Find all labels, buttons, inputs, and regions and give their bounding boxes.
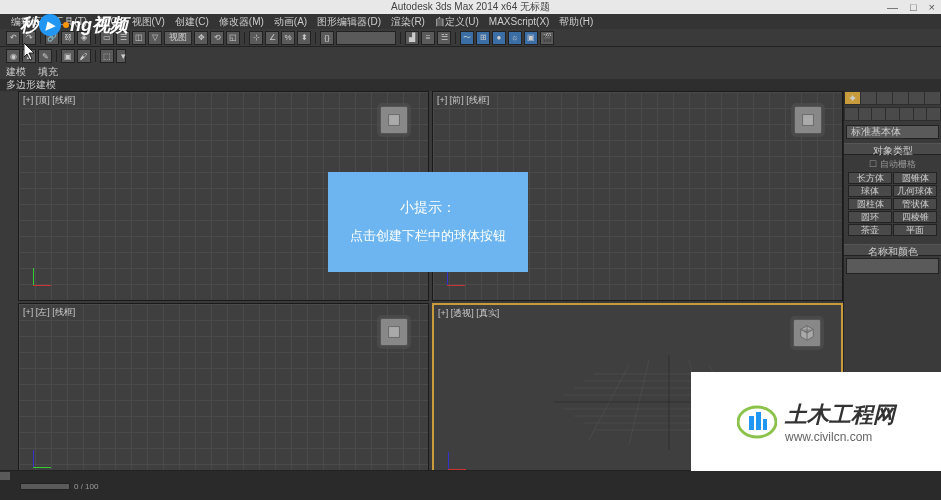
schematic-icon[interactable]: ⊞	[476, 31, 490, 45]
time-slider[interactable]	[20, 483, 70, 490]
tube-button[interactable]: 管状体	[893, 198, 937, 210]
minimize-button[interactable]: —	[887, 1, 898, 13]
mirror-icon[interactable]: ▟	[405, 31, 419, 45]
name-color-section: 名称和颜色	[844, 244, 941, 276]
timeline[interactable]: 0 / 100	[0, 481, 941, 491]
viewport-front-label[interactable]: [+] [前] [线框]	[437, 94, 489, 107]
helpers-subtab-icon[interactable]	[900, 108, 913, 120]
primitive-category-dropdown[interactable]: 标准基本体	[846, 125, 939, 139]
poly-tool-icon[interactable]: ▲	[22, 49, 36, 63]
menu-customize[interactable]: 自定义(U)	[432, 15, 482, 29]
angle-snap-icon[interactable]: ∠	[265, 31, 279, 45]
logo-icon	[737, 402, 777, 442]
menu-maxscript[interactable]: MAXScript(X)	[486, 16, 553, 27]
name-field-row	[846, 258, 939, 274]
cylinder-button[interactable]: 圆柱体	[848, 198, 892, 210]
lights-subtab-icon[interactable]	[872, 108, 885, 120]
menu-graph-editors[interactable]: 图形编辑器(D)	[314, 15, 384, 29]
graphite-tool-icon[interactable]: ◉	[6, 49, 20, 63]
modify-tab-icon[interactable]	[861, 92, 876, 104]
align-icon[interactable]: ≡	[421, 31, 435, 45]
ribbon-dropdown[interactable]: ▾	[116, 49, 126, 63]
selection-tool-icon[interactable]: ▣	[61, 49, 75, 63]
plane-button[interactable]: 平面	[893, 224, 937, 236]
viewport-top-label[interactable]: [+] [顶] [线框]	[23, 94, 75, 107]
box-button[interactable]: 长方体	[848, 172, 892, 184]
viewport-grid	[19, 304, 428, 482]
geosphere-button[interactable]: 几何球体	[893, 185, 937, 197]
spinner-snap-icon[interactable]: ⬍	[297, 31, 311, 45]
pyramid-button[interactable]: 四棱锥	[893, 211, 937, 223]
rotate-icon[interactable]: ⟲	[210, 31, 224, 45]
named-sets-icon[interactable]: {}	[320, 31, 334, 45]
logo-overlay: 土木工程网 www.civilcn.com	[691, 372, 941, 471]
viewcube-left[interactable]	[380, 318, 408, 346]
named-selection-dropdown[interactable]	[336, 31, 396, 45]
viewcube-top[interactable]	[380, 106, 408, 134]
filter-icon[interactable]: ▽	[148, 31, 162, 45]
object-type-rollout-header[interactable]: 对象类型	[844, 143, 941, 155]
layers-icon[interactable]: ☱	[437, 31, 451, 45]
selection-filter-dropdown[interactable]: 视图	[164, 31, 192, 45]
create-tab-icon[interactable]: ✦	[845, 92, 860, 104]
material-editor-icon[interactable]: ●	[492, 31, 506, 45]
snap-icon[interactable]: ⊹	[249, 31, 263, 45]
menu-rendering[interactable]: 渲染(R)	[388, 15, 428, 29]
status-modeling[interactable]: 建模	[6, 65, 26, 79]
freeform-tool-icon[interactable]: ✎	[38, 49, 52, 63]
viewport-perspective-label[interactable]: [+] [透视] [真实]	[438, 307, 499, 320]
curve-editor-icon[interactable]: 〜	[460, 31, 474, 45]
name-color-rollout-header[interactable]: 名称和颜色	[844, 244, 941, 256]
autogrid-checkbox[interactable]: ☐ 自动栅格	[846, 157, 939, 172]
render-frame-icon[interactable]: ▣	[524, 31, 538, 45]
scale-icon[interactable]: ◱	[226, 31, 240, 45]
object-name-input[interactable]	[847, 259, 941, 273]
display-tab-icon[interactable]	[909, 92, 924, 104]
render-icon[interactable]: 🎬	[540, 31, 554, 45]
paint-tool-icon[interactable]: 🖌	[77, 49, 91, 63]
status-populate[interactable]: 填充	[38, 65, 58, 79]
menu-bar: 编辑(E) 工具(T) 组(G) 视图(V) 创建(C) 修改器(M) 动画(A…	[0, 14, 941, 29]
svg-rect-2	[389, 327, 400, 338]
menu-help[interactable]: 帮助(H)	[556, 15, 596, 29]
app-title: Autodesk 3ds Max 2014 x64 无标题	[391, 0, 550, 14]
menu-animation[interactable]: 动画(A)	[271, 15, 310, 29]
menu-modifiers[interactable]: 修改器(M)	[216, 15, 267, 29]
menu-create[interactable]: 创建(C)	[172, 15, 212, 29]
watermark-text: 秒	[20, 13, 38, 37]
track-bar[interactable]	[0, 491, 941, 500]
viewcube-perspective[interactable]	[793, 319, 821, 347]
motion-tab-icon[interactable]	[893, 92, 908, 104]
sphere-button[interactable]: 球体	[848, 185, 892, 197]
geometry-subtab-icon[interactable]	[845, 108, 858, 120]
close-button[interactable]: ×	[929, 1, 935, 13]
teapot-button[interactable]: 茶壶	[848, 224, 892, 236]
viewport-left[interactable]: [+] [左] [线框]	[18, 303, 429, 483]
move-icon[interactable]: ✥	[194, 31, 208, 45]
utilities-tab-icon[interactable]	[925, 92, 940, 104]
main-toolbar-2: ◉ ▲ ✎ ▣ 🖌 ⬚ ▾	[0, 47, 941, 65]
svg-rect-1	[803, 115, 814, 126]
hierarchy-tab-icon[interactable]	[877, 92, 892, 104]
tip-title: 小提示：	[400, 199, 456, 217]
viewcube-front[interactable]	[794, 106, 822, 134]
cone-button[interactable]: 圆锥体	[893, 172, 937, 184]
systems-subtab-icon[interactable]	[927, 108, 940, 120]
cameras-subtab-icon[interactable]	[886, 108, 899, 120]
horizontal-scrollbar[interactable]	[0, 471, 941, 481]
menu-views[interactable]: 视图(V)	[129, 15, 168, 29]
undo-icon[interactable]: ↶	[6, 31, 20, 45]
torus-button[interactable]: 圆环	[848, 211, 892, 223]
object-type-rollout: ☐ 自动栅格 长方体 圆锥体 球体 几何球体 圆柱体 管状体 圆环 四棱锥 茶壶…	[844, 155, 941, 238]
watermark-text: 视频	[92, 13, 128, 37]
percent-snap-icon[interactable]: %	[281, 31, 295, 45]
misc-tool-icon[interactable]: ⬚	[100, 49, 114, 63]
render-setup-icon[interactable]: ☼	[508, 31, 522, 45]
shapes-subtab-icon[interactable]	[859, 108, 872, 120]
ribbon-panel: 多边形建模	[0, 79, 941, 91]
logo-text-cn: 土木工程网	[785, 400, 895, 430]
maximize-button[interactable]: □	[910, 1, 917, 13]
viewport-left-label[interactable]: [+] [左] [线框]	[23, 306, 75, 319]
spacewarps-subtab-icon[interactable]	[914, 108, 927, 120]
select-region-icon[interactable]: ◫	[132, 31, 146, 45]
